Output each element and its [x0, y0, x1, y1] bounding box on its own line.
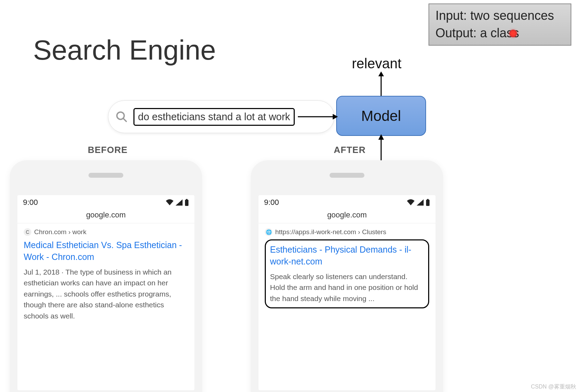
svg-marker-1	[378, 71, 384, 76]
wifi-icon	[407, 199, 415, 206]
svg-marker-7	[378, 134, 384, 140]
status-time: 9:00	[23, 198, 38, 207]
highlighted-result: Estheticians - Physical Demands - il-wor…	[265, 239, 429, 308]
svg-rect-8	[185, 200, 188, 206]
result-breadcrumb: C Chron.com › work	[24, 228, 188, 236]
url-bar: google.com	[258, 208, 435, 223]
before-label: BEFORE	[88, 145, 128, 155]
search-result-before: C Chron.com › work Medical Esthetician V…	[17, 223, 194, 326]
phone-screen-before: 9:00 google.com C Chron.com › work Medic…	[17, 195, 194, 390]
result-snippet: Jul 1, 2018 · The type of business in wh…	[24, 267, 188, 322]
watermark: CSDN @雾重烟秋	[531, 383, 576, 391]
phone-after: 9:00 google.com 🌐 https://apps.il-work-n…	[251, 160, 443, 392]
phone-speaker-icon	[88, 173, 123, 178]
result-title-link[interactable]: Estheticians - Physical Demands - il-wor…	[270, 244, 424, 268]
search-query: do estheticians stand a lot at work	[133, 108, 295, 126]
phone-before: 9:00 google.com C Chron.com › work Medic…	[10, 160, 202, 392]
result-date: Jul 1, 2018	[24, 268, 60, 276]
search-icon	[115, 110, 128, 123]
favicon-icon: 🌐	[265, 228, 272, 236]
svg-rect-11	[427, 199, 429, 200]
phone-screen-after: 9:00 google.com 🌐 https://apps.il-work-n…	[258, 195, 435, 390]
io-input-line: Input: two sequences	[435, 7, 564, 24]
arrow-query-to-model	[298, 113, 338, 120]
svg-rect-9	[186, 199, 187, 200]
status-time: 9:00	[264, 198, 279, 207]
result-title-link[interactable]: Medical Esthetician Vs. Spa Esthetician …	[24, 239, 188, 263]
url-bar: google.com	[17, 208, 194, 223]
svg-rect-10	[426, 200, 430, 206]
svg-line-3	[123, 118, 126, 122]
battery-icon	[185, 199, 189, 206]
output-label: relevant	[352, 56, 401, 71]
breadcrumb-text: https://apps.il-work-net.com › Clusters	[275, 228, 386, 236]
io-description-box: Input: two sequences Output: a class	[429, 3, 571, 46]
status-bar: 9:00	[258, 195, 435, 208]
signal-icon	[176, 199, 183, 206]
after-label: AFTER	[334, 145, 366, 155]
arrow-model-to-output	[378, 71, 385, 98]
model-box: Model	[336, 96, 426, 136]
laser-pointer-dot	[509, 30, 517, 37]
favicon-icon: C	[24, 228, 31, 236]
phone-speaker-icon	[330, 173, 364, 178]
slide-title: Search Engine	[33, 34, 216, 66]
signal-icon	[417, 199, 424, 206]
wifi-icon	[166, 199, 173, 206]
io-output-line: Output: a class	[435, 24, 564, 42]
svg-marker-5	[333, 114, 338, 120]
search-result-after: 🌐 https://apps.il-work-net.com › Cluster…	[258, 223, 435, 313]
result-snippet: Speak clearly so listeners can understan…	[270, 271, 424, 304]
result-breadcrumb: 🌐 https://apps.il-work-net.com › Cluster…	[265, 228, 429, 236]
status-bar: 9:00	[17, 195, 194, 208]
breadcrumb-text: Chron.com › work	[34, 228, 86, 236]
battery-icon	[426, 199, 430, 206]
